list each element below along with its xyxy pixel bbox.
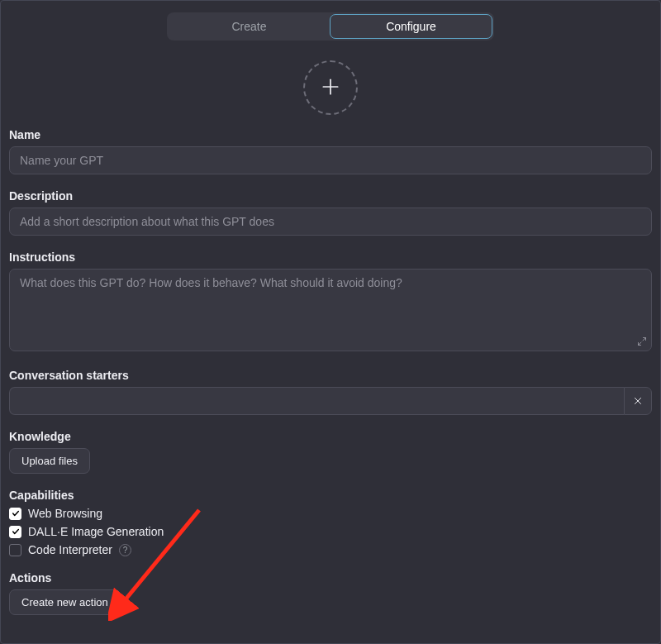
instructions-group: Instructions [9, 250, 652, 354]
svg-line-3 [639, 342, 642, 346]
knowledge-group: Knowledge Upload files [9, 430, 652, 474]
help-icon[interactable]: ? [119, 544, 131, 556]
expand-icon[interactable] [637, 336, 647, 349]
name-group: Name [9, 128, 652, 174]
checkbox-dalle[interactable] [9, 526, 21, 538]
checkbox-web-browsing[interactable] [9, 508, 21, 520]
close-icon [633, 394, 643, 408]
capability-label: DALL·E Image Generation [28, 525, 164, 538]
instructions-textarea[interactable] [9, 269, 652, 351]
name-label: Name [9, 128, 652, 141]
plus-icon [320, 76, 341, 100]
actions-group: Actions Create new action [9, 571, 652, 615]
svg-line-2 [643, 338, 646, 341]
add-image-button[interactable] [303, 60, 358, 115]
description-label: Description [9, 189, 652, 203]
capabilities-label: Capabilities [9, 489, 652, 502]
tab-configure[interactable]: Configure [330, 14, 492, 39]
name-input[interactable] [9, 146, 652, 174]
description-group: Description [9, 189, 652, 236]
delete-starter-button[interactable] [624, 387, 652, 415]
capability-label: Code Interpreter [28, 543, 112, 556]
starter-input[interactable] [9, 387, 624, 415]
capability-row-code-interpreter: Code Interpreter ? [9, 543, 652, 556]
upload-files-button[interactable]: Upload files [9, 448, 90, 474]
checkbox-code-interpreter[interactable] [9, 544, 21, 556]
knowledge-label: Knowledge [9, 430, 652, 443]
instructions-label: Instructions [9, 250, 652, 264]
capability-row-web-browsing: Web Browsing [9, 507, 652, 520]
create-new-action-button[interactable]: Create new action [9, 589, 121, 615]
tab-create[interactable]: Create [169, 14, 330, 39]
starters-group: Conversation starters [9, 369, 652, 415]
capabilities-group: Capabilities Web Browsing DALL·E Image G… [9, 489, 652, 556]
actions-label: Actions [9, 571, 652, 584]
tab-switcher: Create Configure [167, 12, 494, 41]
description-input[interactable] [9, 208, 652, 236]
starters-label: Conversation starters [9, 369, 652, 382]
starter-row [9, 387, 652, 415]
capability-label: Web Browsing [28, 507, 102, 520]
capability-row-dalle: DALL·E Image Generation [9, 525, 652, 538]
